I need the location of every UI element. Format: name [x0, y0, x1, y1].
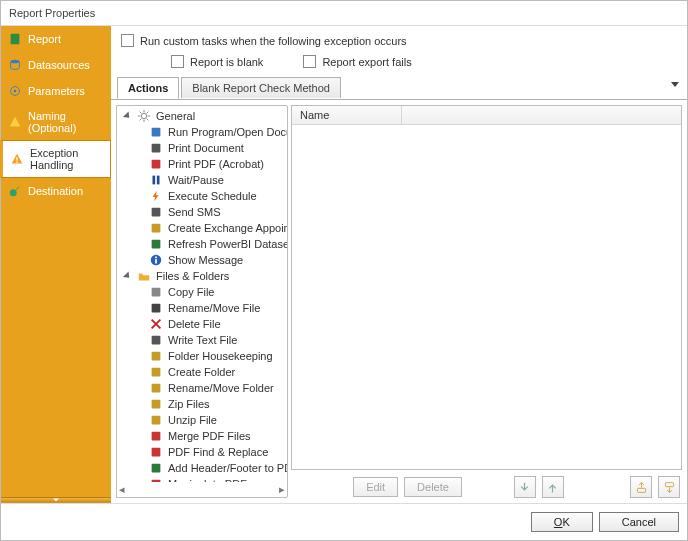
svg-rect-20	[152, 304, 161, 313]
tree-item-label: Add Header/Footer to PDF	[168, 462, 287, 474]
actions-list: Name	[291, 105, 682, 470]
svg-point-3	[14, 90, 17, 93]
export-button[interactable]	[658, 476, 680, 498]
options-area: Run custom tasks when the following exce…	[111, 26, 687, 76]
tree-item[interactable]: Folder Housekeeping	[121, 348, 287, 364]
svg-point-7	[141, 113, 146, 118]
svg-rect-8	[152, 128, 161, 137]
tree-item-label: Rename/Move Folder	[168, 382, 274, 394]
run-tasks-checkbox[interactable]	[121, 34, 134, 47]
sidebar-collapse-toggle[interactable]	[1, 497, 111, 503]
tree-item[interactable]: Add Header/Footer to PDF	[121, 460, 287, 476]
tab-actions[interactable]: Actions	[117, 77, 179, 99]
sidebar-item-label: Exception Handling	[30, 147, 103, 171]
tree-item[interactable]: Print PDF (Acrobat)	[121, 156, 287, 172]
tree-group-general[interactable]: General	[121, 108, 287, 124]
sidebar-item-label: Datasources	[28, 59, 90, 71]
report-export-fails-label: Report export fails	[322, 56, 411, 68]
tree-item[interactable]: Execute Schedule	[121, 188, 287, 204]
folder-clean-icon	[149, 349, 163, 363]
sidebar-item-exception-handling[interactable]: Exception Handling	[0, 140, 111, 178]
tab-blank-report-check-method[interactable]: Blank Report Check Method	[181, 77, 341, 98]
tree-item[interactable]: Run Program/Open Document	[121, 124, 287, 140]
tree-item-label: Copy File	[168, 286, 214, 298]
info-icon	[149, 253, 163, 267]
svg-point-6	[10, 189, 17, 196]
tree-item[interactable]: Unzip File	[121, 412, 287, 428]
tabstrip-dropdown-icon[interactable]	[671, 82, 679, 87]
sidebar-item-naming-optional-[interactable]: Naming (Optional)	[1, 104, 111, 140]
sidebar-item-datasources[interactable]: Datasources	[1, 52, 111, 78]
tree-item-label: Execute Schedule	[168, 190, 257, 202]
expander-icon[interactable]	[123, 271, 132, 280]
list-column-name[interactable]: Name	[292, 106, 402, 124]
tree-item-label: Folder Housekeeping	[168, 350, 273, 362]
sidebar-item-destination[interactable]: Destination	[1, 178, 111, 204]
actions-tree[interactable]: GeneralRun Program/Open DocumentPrint Do…	[117, 106, 287, 482]
parameters-icon	[8, 84, 22, 98]
tree-horizontal-scroll[interactable]: ◂ ▸	[117, 482, 287, 497]
svg-rect-14	[152, 224, 161, 233]
tree-group-label: Files & Folders	[156, 270, 229, 282]
tabstrip: ActionsBlank Report Check Method	[111, 76, 687, 100]
tree-item-label: Print Document	[168, 142, 244, 154]
svg-rect-13	[152, 208, 161, 217]
sidebar-item-label: Naming (Optional)	[28, 110, 104, 134]
pause-icon	[149, 173, 163, 187]
tree-item[interactable]: Rename/Move File	[121, 300, 287, 316]
ok-button[interactable]: OK	[531, 512, 593, 532]
report-blank-checkbox	[171, 55, 184, 68]
tree-group-label: General	[156, 110, 195, 122]
tree-item[interactable]: Merge PDF Files	[121, 428, 287, 444]
delete-button[interactable]: Delete	[404, 477, 462, 497]
tree-item[interactable]: Rename/Move Folder	[121, 380, 287, 396]
tree-item[interactable]: Print Document	[121, 140, 287, 156]
import-button[interactable]	[630, 476, 652, 498]
tree-item[interactable]: Refresh PowerBI Dataset	[121, 236, 287, 252]
svg-rect-5	[16, 162, 17, 163]
tree-item-label: Run Program/Open Document	[168, 126, 287, 138]
tree-item[interactable]: Create Folder	[121, 364, 287, 380]
edit-button[interactable]: Edit	[353, 477, 398, 497]
cancel-button[interactable]: Cancel	[599, 512, 679, 532]
printer-pdf-icon	[149, 157, 163, 171]
text-icon	[149, 333, 163, 347]
sidebar-item-report[interactable]: Report	[1, 26, 111, 52]
tree-item[interactable]: Send SMS	[121, 204, 287, 220]
list-column-blank[interactable]	[402, 106, 681, 124]
expander-icon[interactable]	[123, 111, 132, 120]
zip-icon	[149, 397, 163, 411]
tree-item-label: Refresh PowerBI Dataset	[168, 238, 287, 250]
tree-group-files-folders[interactable]: Files & Folders	[121, 268, 287, 284]
unzip-icon	[149, 413, 163, 427]
printer-icon	[149, 141, 163, 155]
tree-item[interactable]: Zip Files	[121, 396, 287, 412]
exception-icon	[10, 152, 24, 166]
tree-item[interactable]: Delete File	[121, 316, 287, 332]
sidebar-item-parameters[interactable]: Parameters	[1, 78, 111, 104]
tree-item[interactable]: Show Message	[121, 252, 287, 268]
tree-item[interactable]: Create Exchange Appointment	[121, 220, 287, 236]
folder-move-icon	[149, 381, 163, 395]
tree-item-label: Print PDF (Acrobat)	[168, 158, 264, 170]
move-up-button[interactable]	[542, 476, 564, 498]
move-down-button[interactable]	[514, 476, 536, 498]
scroll-right-icon[interactable]: ▸	[279, 483, 285, 496]
tree-item-label: Show Message	[168, 254, 243, 266]
tree-item[interactable]: Copy File	[121, 284, 287, 300]
tree-item[interactable]: PDF Find & Replace	[121, 444, 287, 460]
tree-item[interactable]: Wait/Pause	[121, 172, 287, 188]
svg-rect-4	[16, 157, 17, 161]
folder-icon	[137, 269, 151, 283]
svg-rect-21	[152, 336, 161, 345]
svg-point-1	[11, 60, 20, 64]
sidebar: ReportDatasourcesParametersNaming (Optio…	[1, 26, 111, 503]
svg-rect-34	[665, 482, 673, 486]
report-blank-label: Report is blank	[190, 56, 263, 68]
tree-item[interactable]: Write Text File	[121, 332, 287, 348]
scroll-left-icon[interactable]: ◂	[119, 483, 125, 496]
calendar-icon	[149, 221, 163, 235]
move-icon	[149, 301, 163, 315]
report-icon	[8, 32, 22, 46]
tree-item-label: Write Text File	[168, 334, 237, 346]
